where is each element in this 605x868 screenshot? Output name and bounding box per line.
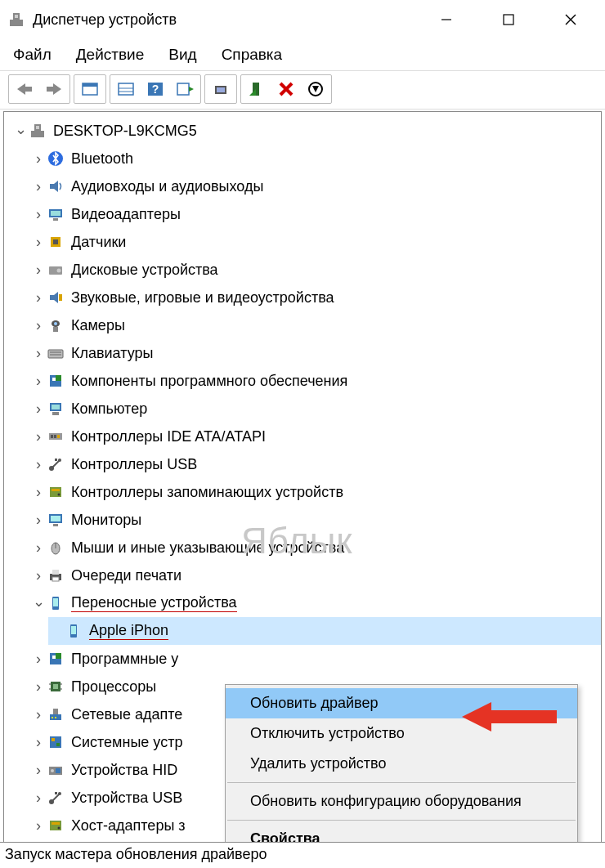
menu-view[interactable]: Вид <box>168 46 196 64</box>
svg-marker-30 <box>50 181 58 192</box>
help-button[interactable]: ? <box>141 77 169 101</box>
ctx-remove-device[interactable]: Удалить устройство <box>226 749 577 779</box>
expand-arrow[interactable] <box>30 790 47 807</box>
view-button[interactable] <box>171 77 199 101</box>
expand-arrow[interactable] <box>30 428 47 445</box>
update-driver-button[interactable] <box>243 77 271 101</box>
tree-category[interactable]: Программные у <box>30 645 601 673</box>
tree-category[interactable]: Клавиатуры <box>30 339 601 367</box>
tree-item-label: Apple iPhon <box>89 622 168 640</box>
expand-arrow[interactable] <box>30 594 47 612</box>
annotation-arrow <box>462 699 560 735</box>
svg-rect-43 <box>48 350 63 358</box>
usb-icon <box>47 790 65 806</box>
back-button[interactable] <box>11 77 38 101</box>
expand-arrow[interactable] <box>30 456 47 473</box>
menu-help[interactable]: Справка <box>222 46 283 64</box>
uninstall-button[interactable] <box>272 77 300 101</box>
expand-arrow[interactable] <box>30 762 47 779</box>
expand-arrow[interactable] <box>30 567 47 584</box>
expand-arrow[interactable] <box>30 651 47 668</box>
tree-category[interactable]: Контроллеры USB <box>30 450 601 478</box>
tree-category[interactable]: Компоненты программного обеспечения <box>30 367 601 395</box>
tree-item-label: Контроллеры запоминающих устройств <box>71 484 343 501</box>
tree-category[interactable]: Датчики <box>30 228 601 256</box>
close-button[interactable] <box>540 0 602 39</box>
tree-category[interactable]: Аудиовходы и аудиовыходы <box>30 172 601 200</box>
expand-arrow[interactable] <box>30 345 47 362</box>
expand-arrow[interactable] <box>30 317 47 334</box>
audio-icon <box>47 178 65 195</box>
status-bar: Запуск мастера обновления драйверо <box>0 842 605 868</box>
disable-button[interactable] <box>302 77 329 101</box>
expand-arrow[interactable] <box>30 678 47 696</box>
svg-rect-96 <box>50 821 61 830</box>
svg-rect-73 <box>71 626 76 634</box>
menu-file[interactable]: Файл <box>13 46 52 64</box>
svg-rect-89 <box>56 743 60 746</box>
tree-item-label: Bluetooth <box>71 150 133 168</box>
tree-category[interactable]: Камеры <box>30 311 601 339</box>
cpu-icon <box>47 678 65 695</box>
expand-arrow[interactable] <box>30 512 47 529</box>
tree-category[interactable]: Контроллеры запоминающих устройств <box>30 478 601 506</box>
app-icon <box>8 11 25 28</box>
expand-arrow[interactable] <box>30 400 47 418</box>
tree-item-label: Контроллеры USB <box>71 456 197 473</box>
tree-category[interactable]: Видеоадаптеры <box>30 200 601 228</box>
software-icon <box>47 373 65 389</box>
svg-rect-42 <box>53 327 58 332</box>
tree-category[interactable]: Очереди печати <box>30 562 601 589</box>
expand-arrow[interactable] <box>30 262 47 279</box>
svg-rect-76 <box>52 655 56 659</box>
svg-rect-4 <box>504 15 513 25</box>
expand-arrow[interactable] <box>30 734 47 751</box>
scan-button[interactable] <box>207 77 235 101</box>
disk-icon <box>47 262 65 278</box>
expand-arrow[interactable] <box>30 206 47 223</box>
tree-category[interactable]: Мыши и иные указывающие устройства <box>30 534 601 562</box>
svg-rect-97 <box>52 822 60 825</box>
tree-category[interactable]: Дисковые устройства <box>30 256 601 284</box>
menu-action[interactable]: Действие <box>76 46 145 64</box>
tree-item-label: Аудиовходы и аудиовыходы <box>71 178 263 195</box>
expand-arrow[interactable] <box>12 122 29 140</box>
expand-arrow[interactable] <box>30 706 47 723</box>
portable-icon <box>47 595 65 611</box>
tree-item-label: Компьютер <box>71 400 147 418</box>
show-hidden-button[interactable] <box>76 77 104 101</box>
svg-marker-7 <box>17 83 32 95</box>
expand-arrow[interactable] <box>30 178 47 195</box>
tree-category[interactable]: Контроллеры IDE ATA/ATAPI <box>30 423 601 450</box>
tree-category[interactable]: Звуковые, игровые и видеоустройства <box>30 284 601 311</box>
tree-category-expanded[interactable]: Переносные устройства <box>30 589 601 617</box>
expand-arrow[interactable] <box>30 234 47 251</box>
tree-category[interactable]: Мониторы <box>30 506 601 534</box>
tree-category[interactable]: Bluetooth <box>30 145 601 172</box>
tree-item-label: Дисковые устройства <box>71 262 218 279</box>
expand-arrow[interactable] <box>30 484 47 501</box>
expand-arrow[interactable] <box>30 817 47 834</box>
sensor-icon <box>47 234 65 250</box>
tree-root[interactable]: DESKTOP-L9KCMG5 <box>12 117 601 145</box>
expand-arrow[interactable] <box>30 373 47 390</box>
tree-category[interactable]: Компьютер <box>30 395 601 423</box>
properties-button[interactable] <box>112 77 140 101</box>
forward-button[interactable] <box>40 77 68 101</box>
expand-arrow[interactable] <box>30 289 47 306</box>
expand-arrow[interactable] <box>30 539 47 557</box>
svg-rect-11 <box>119 83 133 95</box>
svg-rect-51 <box>52 412 59 415</box>
svg-point-37 <box>57 269 61 273</box>
maximize-button[interactable] <box>477 0 540 39</box>
svg-rect-71 <box>53 598 58 606</box>
printer-icon <box>47 567 65 584</box>
expand-arrow[interactable] <box>30 150 47 168</box>
minimize-button[interactable] <box>415 0 477 39</box>
svg-rect-10 <box>83 83 97 87</box>
svg-rect-39 <box>59 294 62 301</box>
ctx-scan-hardware[interactable]: Обновить конфигурацию оборудования <box>226 786 577 817</box>
tree-device-selected[interactable]: Apple iPhon <box>48 617 601 645</box>
ctx-separator <box>227 820 576 821</box>
device-tree[interactable]: Яблык DESKTOP-L9KCMG5BluetoothАудиовходы… <box>3 111 602 863</box>
